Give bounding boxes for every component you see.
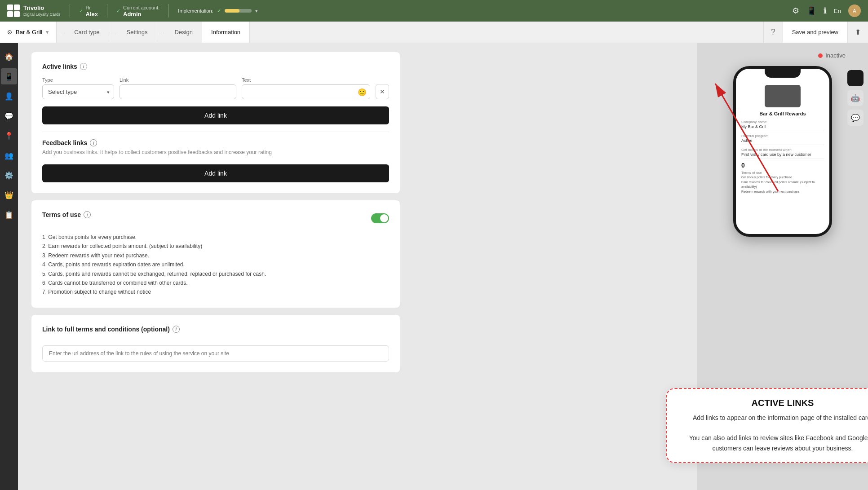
link-input[interactable] (120, 84, 236, 99)
nav-divider-1 (70, 4, 70, 18)
account-check-icon: ✓ (116, 8, 120, 14)
tooltip-balloon: ACTIVE LINKS Add links to appear on the … (666, 388, 868, 463)
side-icons: 🤖 💬 (847, 70, 864, 126)
add-feedback-link-button[interactable]: Add link (42, 164, 389, 182)
logo-icon (7, 4, 20, 17)
terms-of-use-panel: Terms of use i Get bonus points for ever… (31, 200, 400, 308)
nav-right-icons: ⚙ 📱 ℹ En A (792, 4, 861, 17)
terms-item-5: Cards, points and rewards cannot be exch… (42, 269, 389, 278)
content-area: Active links i Type Select type ▾ Link (18, 43, 697, 490)
terms-title: Terms of use i (42, 211, 91, 218)
upload-icon[interactable]: ⬆ (847, 22, 868, 43)
dropdown-icon: ▾ (46, 29, 49, 35)
sidebar-icon-user[interactable]: 👤 (1, 88, 17, 104)
breadcrumb-bar-grill[interactable]: ⊙ Bar & Grill ▾ (0, 22, 57, 43)
android-icon-button[interactable]: 🤖 (847, 90, 864, 106)
user-check-icon: ✓ (79, 8, 83, 14)
phone-terms-text: Get bonus points for every purchase. Ear… (741, 175, 824, 194)
text-input-wrapper: 🙂 (242, 84, 370, 99)
active-links-info-icon[interactable]: i (80, 63, 87, 70)
feedback-links-title: Feedback links i (42, 139, 389, 146)
terms-info-icon[interactable]: i (84, 211, 91, 218)
tooltip-line1: Add links to appear on the information p… (679, 413, 868, 453)
full-terms-url-input[interactable] (42, 345, 389, 362)
sidebar-icon-crown[interactable]: 👑 (1, 187, 17, 203)
type-label: Type (42, 77, 114, 83)
implementation-fill (225, 9, 239, 13)
sidebar-icon-mobile[interactable]: 📱 (1, 68, 17, 84)
nav-divider-2 (107, 4, 107, 18)
type-select[interactable]: Select type (42, 84, 114, 99)
status-dot (818, 53, 823, 58)
breadcrumb-information[interactable]: Information (202, 22, 250, 43)
breadcrumb-card-type[interactable]: Card type (65, 22, 109, 43)
status-label: Inactive (825, 52, 846, 59)
nav-divider-3 (168, 4, 169, 18)
arrow-3: — (157, 30, 166, 35)
phone-card-image (765, 85, 801, 107)
phone-referral-label: Referral program (741, 134, 824, 138)
apple-icon-button[interactable] (847, 70, 864, 86)
remove-row-button[interactable]: ✕ (376, 84, 389, 99)
active-links-panel: Active links i Type Select type ▾ Link (31, 52, 400, 193)
active-links-title: Active links i (42, 63, 389, 70)
phone-mockup: Bar & Grill Rewards Company name My Bar … (733, 66, 832, 237)
sidebar-icon-settings[interactable]: ⚙️ (1, 167, 17, 183)
add-active-link-button[interactable]: Add link (42, 106, 389, 124)
phone-bonus-label: Get bonus at the moment when (741, 148, 824, 152)
full-terms-panel: Link to full terms and conditions (optio… (31, 315, 400, 372)
nav-user: ✓ Hi, Alex (79, 4, 98, 18)
sidebar-icon-chat[interactable]: 💬 (1, 108, 17, 124)
text-label: Text (242, 77, 370, 83)
sidebar-icon-home[interactable]: 🏠 (1, 49, 17, 65)
phone-bonus-value: First visit / card use by a new customer (741, 152, 824, 159)
terms-item-6: Cards cannot be transferred or combined … (42, 278, 389, 287)
implementation-bar: Implementation: ✓ ▾ (178, 8, 257, 14)
breadcrumb-design[interactable]: Design (166, 22, 202, 43)
impl-dropdown-icon[interactable]: ▾ (255, 8, 258, 14)
phone-card-title: Bar & Grill Rewards (741, 111, 824, 116)
terms-item-4: Cards, points and rewards expiration dat… (42, 260, 389, 269)
phone-company-label: Company name (741, 120, 824, 124)
save-preview-button[interactable]: Save and preview (783, 22, 847, 43)
settings-icon[interactable]: ⚙ (792, 6, 799, 16)
logo-area: Trivolio Digital Loyalty Cards (7, 4, 61, 18)
terms-header: Terms of use i (42, 211, 389, 225)
toggle-knob (380, 214, 388, 222)
phone-referral-value: Active (741, 138, 824, 145)
phone-content: Bar & Grill Rewards Company name My Bar … (736, 78, 829, 198)
sidebar-icon-location[interactable]: 📍 (1, 128, 17, 144)
right-panel: Inactive Bar & Grill Rewards Company nam… (697, 43, 868, 490)
info-circle-icon[interactable]: ℹ (824, 6, 827, 16)
link-label: Link (120, 77, 236, 83)
phone-company-value: My Bar & Grill (741, 124, 824, 131)
phone-number: 0 (741, 162, 824, 169)
terms-item-3: Redeem rewards with your next purchase. (42, 251, 389, 260)
breadcrumb-settings[interactable]: Settings (118, 22, 157, 43)
full-terms-title: Link to full terms and conditions (optio… (42, 326, 389, 333)
arrow-2: — (109, 30, 118, 35)
terms-item-7: Promotion subject to change without noti… (42, 287, 389, 296)
watch-icon-button[interactable]: 💬 (847, 110, 864, 126)
nav-account: ✓ Current account: Admin (116, 4, 159, 18)
mobile-icon[interactable]: 📱 (806, 6, 816, 16)
sidebar-icon-docs[interactable]: 📋 (1, 207, 17, 223)
terms-list: Get bonus points for every purchase. Ear… (42, 233, 389, 297)
active-links-form-row: Type Select type ▾ Link Text (42, 77, 389, 99)
text-input[interactable] (242, 84, 370, 99)
location-icon: ⊙ (7, 29, 12, 35)
user-avatar[interactable]: A (848, 4, 861, 17)
emoji-button[interactable]: 🙂 (358, 88, 367, 96)
status-indicator: Inactive (818, 52, 846, 59)
link-field-group: Link (120, 77, 236, 99)
feedback-links-info-icon[interactable]: i (90, 139, 97, 146)
arrow-1: — (57, 30, 65, 35)
terms-toggle[interactable] (371, 213, 389, 223)
sidebar-icon-team[interactable]: 👥 (1, 147, 17, 163)
phone-terms-label: Terms of use (741, 171, 824, 175)
logo-text: Trivolio Digital Loyalty Cards (23, 4, 61, 18)
type-select-wrapper: Select type ▾ (42, 84, 114, 99)
help-icon[interactable]: ? (763, 22, 783, 43)
full-terms-info-icon[interactable]: i (173, 326, 180, 333)
divider-1 (42, 132, 389, 132)
